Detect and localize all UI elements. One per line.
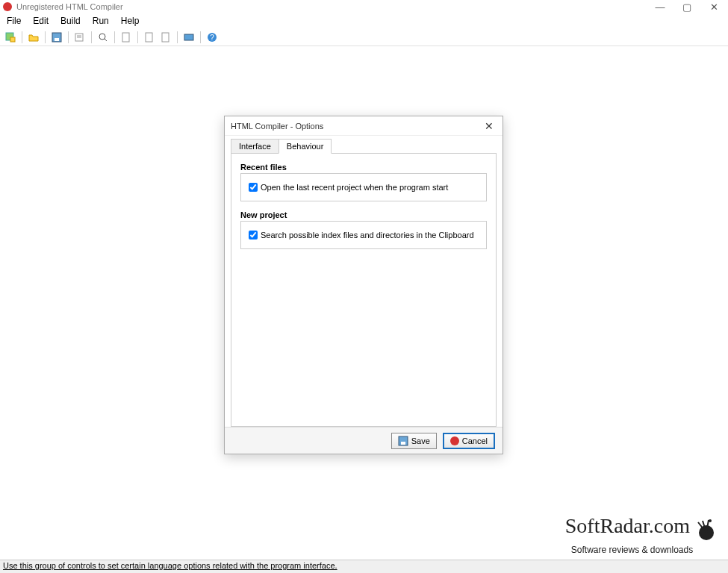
svg-rect-14	[401, 442, 405, 445]
search-clipboard-checkbox[interactable]	[249, 231, 258, 239]
build-icon[interactable]	[72, 30, 87, 45]
minimize-button[interactable]: —	[649, 1, 671, 13]
svg-rect-7	[122, 33, 129, 42]
toolbar-separator	[200, 31, 201, 43]
svg-rect-9	[162, 33, 169, 42]
cancel-button[interactable]: Cancel	[443, 433, 495, 449]
svg-point-16	[709, 519, 712, 522]
search-clipboard-checkbox-row[interactable]: Search possible index files and director…	[249, 231, 479, 239]
tab-interface[interactable]: Interface	[231, 139, 279, 154]
document-icon[interactable]	[119, 30, 134, 45]
watermark: SoftRadar.com Software reviews & downloa…	[565, 514, 719, 555]
menu-file[interactable]: File	[1, 15, 26, 27]
open-folder-icon[interactable]	[26, 30, 41, 45]
open-last-project-label: Open the last recent project when the pr…	[261, 183, 448, 192]
svg-rect-10	[184, 34, 193, 40]
toolbar-separator	[114, 31, 115, 43]
open-last-project-checkbox[interactable]	[249, 183, 258, 192]
cancel-button-label: Cancel	[462, 436, 488, 445]
svg-text:?: ?	[210, 34, 214, 42]
svg-point-5	[99, 34, 105, 40]
save-button[interactable]: Save	[391, 433, 437, 449]
menu-edit[interactable]: Edit	[28, 15, 54, 27]
document3-icon[interactable]	[158, 30, 173, 45]
menu-build[interactable]: Build	[55, 15, 86, 27]
svg-rect-8	[146, 33, 152, 42]
dialog-footer: Save Cancel	[225, 427, 503, 454]
settings-icon[interactable]	[181, 30, 196, 45]
dialog-close-icon[interactable]: ✕	[482, 120, 497, 132]
window-title: Unregistered HTML Compiler	[16, 2, 649, 11]
new-project-icon[interactable]	[3, 30, 18, 45]
dialog-titlebar: HTML Compiler - Options ✕	[225, 116, 503, 136]
watermark-sub: Software reviews & downloads	[571, 545, 719, 555]
cancel-icon	[450, 436, 459, 445]
toolbar: ?	[0, 28, 728, 46]
toolbar-separator	[68, 31, 69, 43]
save-icon[interactable]	[49, 30, 64, 45]
svg-rect-3	[55, 38, 59, 41]
new-project-group: Search possible index files and director…	[240, 221, 487, 249]
toolbar-separator	[45, 31, 46, 43]
search-icon[interactable]	[96, 30, 111, 45]
window-controls: — ▢ ✕	[649, 1, 725, 13]
toolbar-separator	[137, 31, 138, 43]
tab-behaviour[interactable]: Behaviour	[279, 139, 332, 154]
dialog-tabs: Interface Behaviour	[225, 139, 503, 154]
help-icon[interactable]: ?	[205, 30, 220, 45]
menu-help[interactable]: Help	[116, 15, 145, 27]
dialog-title: HTML Compiler - Options	[231, 122, 482, 131]
options-dialog: HTML Compiler - Options ✕ Interface Beha…	[224, 116, 503, 454]
radar-icon	[694, 516, 719, 545]
statusbar: Use this group of controls to set certai…	[0, 560, 728, 573]
toolbar-separator	[22, 31, 22, 43]
menubar: File Edit Build Run Help	[0, 13, 728, 28]
save-icon	[398, 436, 408, 446]
new-project-legend: New project	[240, 210, 487, 219]
svg-rect-1	[10, 37, 15, 42]
watermark-text: SoftRadar.com	[565, 514, 690, 537]
statusbar-text: Use this group of controls to set certai…	[3, 561, 337, 570]
toolbar-separator	[91, 31, 92, 43]
open-last-project-checkbox-row[interactable]: Open the last recent project when the pr…	[249, 183, 479, 192]
close-button[interactable]: ✕	[703, 1, 725, 13]
save-button-label: Save	[411, 436, 430, 445]
titlebar: Unregistered HTML Compiler — ▢ ✕	[0, 0, 728, 13]
svg-line-6	[105, 39, 107, 41]
menu-run[interactable]: Run	[87, 15, 114, 27]
maximize-button[interactable]: ▢	[676, 1, 698, 13]
search-clipboard-label: Search possible index files and director…	[261, 231, 474, 239]
toolbar-separator	[177, 31, 178, 43]
recent-files-group: Open the last recent project when the pr…	[240, 173, 487, 201]
app-icon	[3, 2, 12, 11]
tab-panel-behaviour: Recent files Open the last recent projec…	[231, 153, 497, 427]
recent-files-legend: Recent files	[240, 163, 487, 172]
document2-icon[interactable]	[142, 30, 157, 45]
